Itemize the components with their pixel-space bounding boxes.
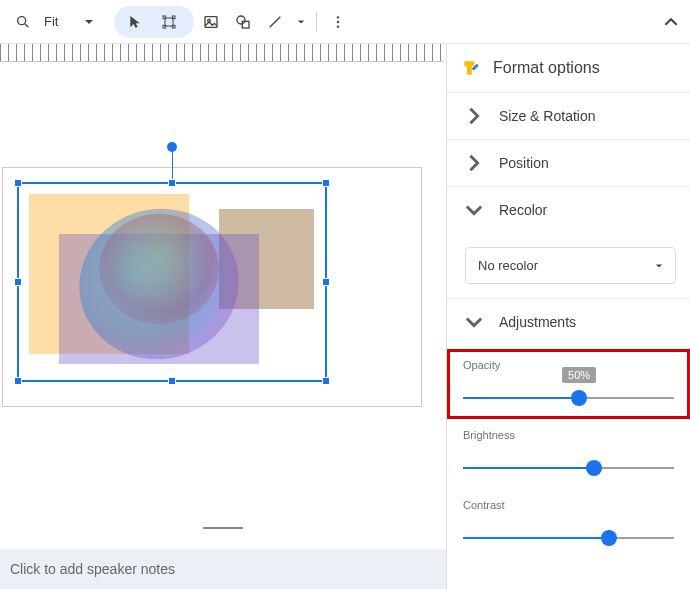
resize-handle[interactable] <box>322 278 330 286</box>
format-options-panel: Format options Size & Rotation Position … <box>446 44 690 589</box>
ruler <box>0 44 444 62</box>
chevron-down-icon <box>465 201 483 219</box>
resize-handle[interactable] <box>14 179 22 187</box>
collapse-button[interactable] <box>656 7 686 37</box>
cursor-icon <box>120 7 150 37</box>
canvas-pane: Click to add speaker notes <box>0 44 446 589</box>
notes-separator[interactable] <box>203 527 243 529</box>
opacity-slider-group: Opacity 50% <box>447 349 690 419</box>
chevron-right-icon <box>465 107 483 125</box>
svg-rect-2 <box>165 18 173 26</box>
select-tool-group[interactable] <box>114 6 194 38</box>
svg-rect-5 <box>163 25 166 28</box>
contrast-label: Contrast <box>463 499 674 511</box>
transform-icon <box>154 7 184 37</box>
resize-handle[interactable] <box>168 377 176 385</box>
slide[interactable] <box>2 167 422 407</box>
line-dropdown[interactable] <box>292 7 310 37</box>
rotate-handle[interactable] <box>167 142 177 152</box>
brightness-slider-group: Brightness <box>447 419 690 489</box>
resize-handle[interactable] <box>168 179 176 187</box>
section-label: Recolor <box>499 202 547 218</box>
svg-line-11 <box>270 16 281 27</box>
svg-line-1 <box>25 24 28 27</box>
recolor-value: No recolor <box>478 258 538 273</box>
svg-point-0 <box>18 16 26 24</box>
shape-button[interactable] <box>228 7 258 37</box>
panel-header: Format options <box>447 44 690 93</box>
svg-rect-4 <box>173 16 176 19</box>
contrast-slider-group: Contrast <box>447 489 690 559</box>
zoom-label: Fit <box>40 14 62 29</box>
format-options-icon <box>461 58 481 78</box>
panel-title: Format options <box>493 59 600 77</box>
zoom-icon <box>8 7 38 37</box>
svg-point-9 <box>237 16 245 24</box>
opacity-slider[interactable]: 50% <box>463 389 674 407</box>
resize-handle[interactable] <box>322 377 330 385</box>
svg-point-14 <box>337 25 339 27</box>
divider <box>316 12 317 32</box>
svg-rect-7 <box>205 16 217 27</box>
section-size-rotation[interactable]: Size & Rotation <box>447 93 690 140</box>
chevron-right-icon <box>465 154 483 172</box>
brightness-label: Brightness <box>463 429 674 441</box>
svg-point-13 <box>337 20 339 22</box>
section-recolor[interactable]: Recolor <box>447 187 690 233</box>
resize-handle[interactable] <box>322 179 330 187</box>
svg-point-12 <box>337 16 339 18</box>
chevron-down-icon <box>84 17 94 27</box>
slider-thumb[interactable] <box>601 530 617 546</box>
svg-rect-10 <box>243 21 250 28</box>
contrast-slider[interactable] <box>463 529 674 547</box>
section-label: Size & Rotation <box>499 108 596 124</box>
more-button[interactable] <box>323 7 353 37</box>
speaker-notes[interactable]: Click to add speaker notes <box>0 549 446 589</box>
slider-thumb[interactable] <box>571 390 587 406</box>
toolbar: Fit <box>0 0 690 44</box>
section-label: Adjustments <box>499 314 576 330</box>
chevron-down-icon <box>655 262 663 270</box>
section-adjustments[interactable]: Adjustments <box>447 299 690 345</box>
section-label: Position <box>499 155 549 171</box>
resize-handle[interactable] <box>14 377 22 385</box>
zoom-control[interactable]: Fit <box>4 7 100 37</box>
svg-rect-6 <box>173 25 176 28</box>
opacity-value: 50% <box>562 367 596 383</box>
brightness-slider[interactable] <box>463 459 674 477</box>
recolor-select[interactable]: No recolor <box>465 247 676 284</box>
slider-thumb[interactable] <box>586 460 602 476</box>
chevron-down-icon <box>465 313 483 331</box>
selected-image[interactable] <box>17 182 327 382</box>
line-button[interactable] <box>260 7 290 37</box>
image-button[interactable] <box>196 7 226 37</box>
resize-handle[interactable] <box>14 278 22 286</box>
section-position[interactable]: Position <box>447 140 690 187</box>
svg-rect-3 <box>163 16 166 19</box>
